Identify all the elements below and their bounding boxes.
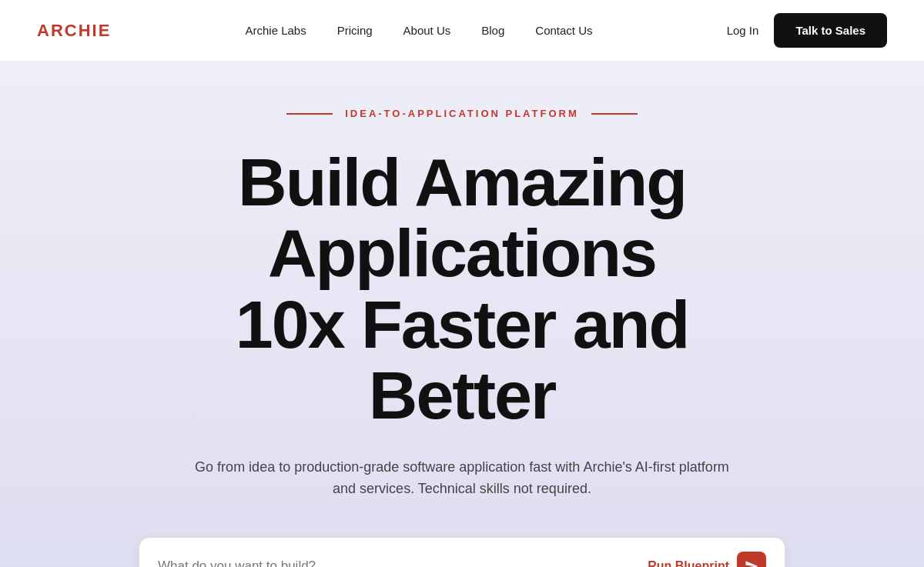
tagline-wrapper: IDEA-TO-APPLICATION PLATFORM [286,108,638,119]
send-icon [745,559,758,567]
search-box: Run Blueprint [139,537,785,567]
main-nav: ARCHIE Archie Labs Pricing About Us Blog… [0,0,924,62]
nav-item-pricing[interactable]: Pricing [337,24,373,37]
run-blueprint-label: Run Blueprint [648,559,729,567]
run-blueprint-button[interactable]: Run Blueprint [648,552,766,567]
talk-to-sales-button[interactable]: Talk to Sales [774,13,887,48]
tagline-line-left [286,113,333,115]
hero-heading-line2: Applications [268,215,656,291]
nav-item-contact[interactable]: Contact Us [535,24,592,37]
run-blueprint-icon [737,552,766,567]
hero-heading: Build Amazing Applications 10x Faster an… [154,147,770,432]
tagline-line-right [591,113,638,115]
hero-heading-line3: 10x Faster and Better [236,286,688,433]
nav-item-about[interactable]: About Us [403,24,451,37]
tagline-text: IDEA-TO-APPLICATION PLATFORM [345,108,579,119]
hero-section: IDEA-TO-APPLICATION PLATFORM Build Amazi… [0,62,924,567]
search-input[interactable] [158,559,648,567]
nav-item-blog[interactable]: Blog [481,24,504,37]
nav-right: Log In Talk to Sales [727,13,887,48]
nav-links: Archie Labs Pricing About Us Blog Contac… [246,24,593,38]
hero-heading-line1: Build Amazing [238,144,686,220]
nav-item-archie-labs[interactable]: Archie Labs [246,24,306,37]
login-link[interactable]: Log In [727,24,759,37]
logo[interactable]: ARCHIE [37,21,111,41]
hero-subheading: Go from idea to production-grade softwar… [192,456,732,501]
